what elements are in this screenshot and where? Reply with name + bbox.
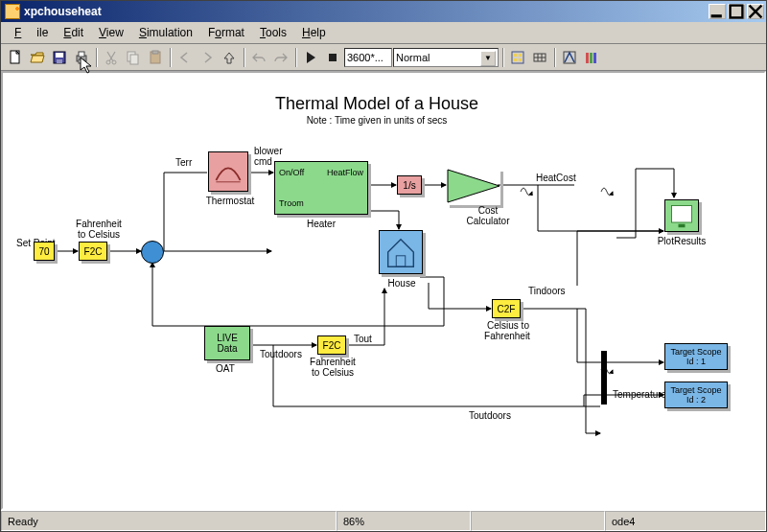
menu-edit[interactable]: Edit — [56, 24, 91, 41]
open-icon[interactable] — [27, 47, 48, 68]
paste-icon[interactable] — [145, 47, 166, 68]
integrator-block[interactable]: 1/s — [397, 175, 422, 195]
f2c2-bot-label: to Celsius — [306, 367, 360, 378]
svg-rect-1 — [731, 6, 743, 18]
new-icon[interactable] — [5, 47, 26, 68]
undo-icon[interactable] — [248, 47, 269, 68]
svg-point-9 — [106, 60, 110, 64]
target-scope-1[interactable]: Target Scope Id : 1 — [664, 343, 728, 370]
titlebar: xpchouseheat — [1, 1, 766, 22]
status-zoom: 86% — [337, 511, 471, 531]
status-ready: Ready — [1, 511, 337, 531]
maximize-button[interactable] — [728, 4, 745, 19]
house-block[interactable] — [379, 230, 423, 274]
f2c2-block[interactable]: F2C — [317, 335, 346, 355]
statusbar: Ready 86% ode4 — [1, 510, 766, 531]
target-scope-2[interactable]: Target Scope Id : 2 — [664, 382, 728, 408]
c2f-label1: Celsius to — [484, 320, 532, 331]
window-title: xpchouseheat — [24, 5, 102, 18]
f2c1-label-bot: to Celsius — [72, 229, 126, 240]
tout-label: Tout — [354, 334, 372, 344]
simulation-mode-select[interactable]: Normal — [393, 48, 499, 67]
heater-heatflow-port: HeatFlow — [327, 168, 363, 177]
wires — [3, 73, 741, 504]
house-label: House — [384, 278, 419, 289]
svg-rect-19 — [514, 58, 517, 61]
svg-rect-12 — [130, 55, 138, 64]
f2c1-label-top: Fahrenheit — [72, 219, 126, 229]
plot-results-block[interactable] — [664, 199, 699, 232]
f2c1-block[interactable]: F2C — [79, 242, 107, 261]
menubar: File Edit View Simulation Format Tools H… — [1, 22, 766, 44]
redo-icon[interactable] — [270, 47, 291, 68]
heatcost-label: HeatCost — [536, 173, 576, 183]
menu-simulation[interactable]: Simulation — [131, 24, 200, 41]
play-icon[interactable] — [300, 47, 321, 68]
svg-rect-17 — [514, 54, 517, 57]
build-icon[interactable] — [559, 47, 580, 68]
mux-block[interactable] — [601, 351, 607, 405]
blower-label: blower — [254, 146, 282, 156]
thermostat-block[interactable] — [208, 151, 248, 192]
diagram-subtitle: Note : Time given in units of secs — [271, 115, 482, 126]
stop-icon[interactable] — [322, 47, 343, 68]
status-solver: ode4 — [605, 511, 766, 531]
svg-marker-30 — [448, 170, 500, 202]
constant-set-point[interactable]: 70 — [34, 242, 55, 261]
menu-view[interactable]: View — [91, 24, 131, 41]
toutdoors2-label: Toutdoors — [469, 410, 511, 421]
terr-label: Terr — [175, 157, 192, 168]
model-canvas[interactable]: Thermal Model of a House Note : Time giv… — [1, 71, 766, 510]
nav-forward-icon[interactable] — [197, 47, 218, 68]
heater-block[interactable]: On/Off HeatFlow Troom — [274, 161, 368, 215]
save-icon[interactable] — [49, 47, 70, 68]
menu-tools[interactable]: Tools — [252, 24, 294, 41]
temperatures-label: Temperatures — [613, 389, 671, 400]
thermostat-label: Thermostat — [204, 196, 256, 206]
svg-rect-14 — [152, 51, 158, 54]
svg-rect-26 — [586, 53, 589, 63]
heater-label: Heater — [300, 219, 342, 229]
c2f-block[interactable]: C2F — [492, 299, 521, 318]
nav-up-icon[interactable] — [219, 47, 240, 68]
stop-time-input[interactable]: 3600*... — [344, 48, 392, 67]
svg-rect-7 — [79, 52, 84, 57]
blower-label2: cmd — [254, 156, 272, 167]
diagram-title: Thermal Model of a House — [223, 94, 530, 114]
oat-label: OAT — [216, 363, 235, 374]
mouse-cursor-icon — [80, 57, 95, 76]
c2f-label2: Fahrenheit — [480, 331, 534, 341]
oat-block[interactable]: LIVE Data — [204, 326, 250, 360]
svg-rect-15 — [329, 54, 337, 61]
nav-back-icon[interactable] — [174, 47, 196, 68]
heater-onoff-port: On/Off — [279, 168, 304, 177]
library-icon[interactable] — [581, 47, 602, 68]
sum-block[interactable] — [141, 241, 164, 264]
cost-label1: Cost — [469, 205, 507, 216]
svg-rect-5 — [57, 59, 62, 63]
minimize-button[interactable] — [709, 4, 726, 19]
svg-rect-28 — [593, 53, 596, 63]
tool1-icon[interactable] — [507, 47, 528, 68]
close-button[interactable] — [747, 4, 764, 19]
svg-rect-27 — [590, 53, 593, 63]
svg-rect-4 — [56, 53, 63, 58]
cost-label2: Calculator — [461, 216, 515, 226]
svg-point-10 — [112, 60, 116, 64]
heater-troom-port: Troom — [279, 198, 304, 208]
plot-results-label: PlotResults — [655, 236, 709, 246]
copy-icon[interactable] — [123, 47, 144, 68]
menu-help[interactable]: Help — [294, 24, 334, 41]
toutdoors-label: Toutdoors — [260, 349, 302, 359]
cost-calculator-block[interactable] — [447, 169, 500, 205]
cut-icon[interactable] — [101, 47, 122, 68]
svg-rect-20 — [519, 58, 522, 61]
svg-rect-18 — [519, 54, 522, 57]
svg-rect-16 — [512, 52, 523, 63]
menu-file[interactable]: File — [7, 24, 56, 41]
svg-rect-31 — [672, 206, 692, 223]
tool2-icon[interactable] — [529, 47, 550, 68]
toolbar: 3600*... Normal — [1, 44, 766, 71]
app-icon — [5, 4, 20, 19]
menu-format[interactable]: Format — [200, 24, 252, 41]
